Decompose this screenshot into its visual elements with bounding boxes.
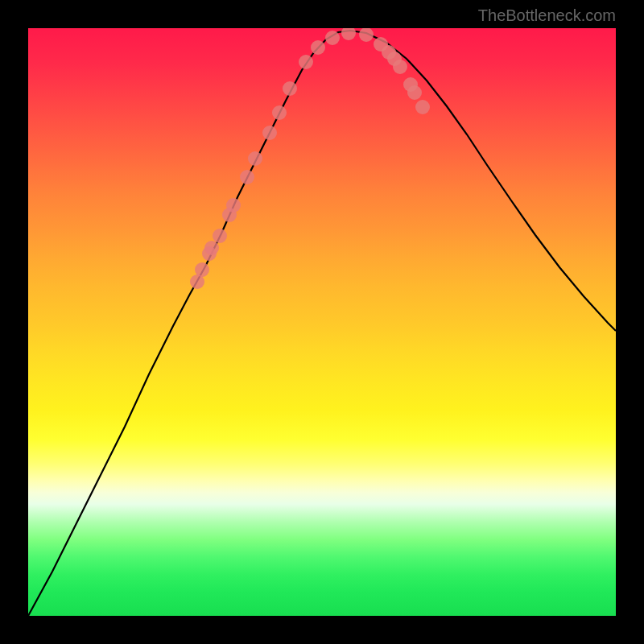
- chart-svg: [28, 28, 616, 616]
- scatter-group: [190, 28, 430, 289]
- data-point: [311, 40, 325, 55]
- data-point: [213, 229, 227, 243]
- data-point: [262, 126, 277, 140]
- data-point: [195, 262, 209, 277]
- data-point: [359, 28, 374, 42]
- data-point: [240, 170, 254, 184]
- bottleneck-curve: [28, 31, 616, 616]
- data-point: [415, 100, 430, 114]
- data-point: [393, 60, 407, 74]
- attribution-text: TheBottleneck.com: [478, 6, 616, 25]
- data-point: [299, 55, 313, 69]
- data-point: [248, 151, 262, 166]
- data-point: [204, 241, 219, 255]
- data-point: [226, 198, 241, 213]
- data-point: [325, 31, 340, 45]
- data-point: [407, 85, 422, 100]
- curve-group: [28, 31, 616, 616]
- data-point: [283, 81, 297, 96]
- data-point: [341, 28, 356, 40]
- plot-area: [28, 28, 616, 616]
- chart-container: TheBottleneck.com: [0, 0, 644, 644]
- data-point: [272, 105, 287, 120]
